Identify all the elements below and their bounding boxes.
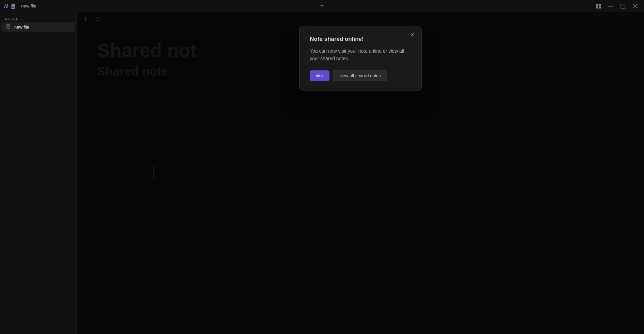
svg-rect-2 bbox=[596, 6, 598, 9]
close-button[interactable] bbox=[630, 1, 640, 11]
app-logo: N 📓 bbox=[4, 3, 16, 9]
svg-rect-4 bbox=[608, 6, 613, 6]
sidebar: noted new file bbox=[0, 12, 77, 334]
modal-close-button[interactable]: ✕ bbox=[408, 30, 417, 39]
svg-rect-1 bbox=[599, 4, 601, 6]
title-bar-left: N 📓 new file bbox=[4, 3, 594, 9]
new-file-button[interactable]: + bbox=[317, 1, 327, 11]
grid-view-button[interactable] bbox=[594, 1, 603, 11]
svg-rect-7 bbox=[7, 26, 9, 26]
svg-rect-5 bbox=[621, 4, 625, 8]
svg-rect-3 bbox=[599, 6, 601, 9]
sidebar-item-newfile[interactable]: new file bbox=[1, 22, 75, 32]
title-bar-right bbox=[594, 1, 640, 11]
modal-body: You can now visit your note online or vi… bbox=[310, 47, 411, 63]
svg-rect-0 bbox=[596, 4, 598, 6]
modal-overlay: ✕ Note shared online! You can now visit … bbox=[77, 12, 644, 334]
sidebar-section-label: noted bbox=[0, 15, 77, 22]
main-layout: noted new file bbox=[0, 12, 644, 334]
title-bar: N 📓 new file + bbox=[0, 0, 644, 12]
title-bar-center: + bbox=[317, 1, 327, 11]
svg-rect-8 bbox=[7, 27, 9, 27]
view-all-shared-notes-button[interactable]: view all shared notes bbox=[333, 70, 387, 81]
logo-n-icon: N bbox=[4, 3, 8, 9]
expand-button[interactable] bbox=[618, 1, 628, 11]
shared-note-modal: ✕ Note shared online! You can now visit … bbox=[299, 26, 422, 91]
content-area: Shared not Shared note ✕ Note shared onl… bbox=[77, 12, 644, 334]
file-icon bbox=[6, 24, 12, 30]
modal-title: Note shared online! bbox=[310, 36, 411, 43]
sidebar-item-label: new file bbox=[14, 24, 29, 30]
modal-actions: visit view all shared notes bbox=[310, 70, 411, 81]
logo-book-icon: 📓 bbox=[10, 3, 16, 9]
minimize-button[interactable] bbox=[606, 1, 615, 11]
title-bar-filename: new file bbox=[21, 3, 36, 9]
visit-button[interactable]: visit bbox=[310, 70, 329, 81]
